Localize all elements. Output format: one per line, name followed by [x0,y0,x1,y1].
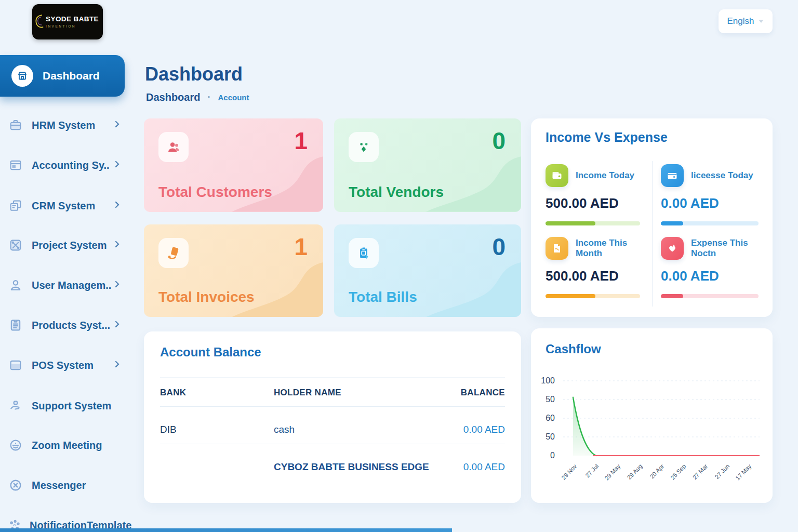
panel-divider [652,161,653,307]
expense-this-month-icon [661,237,684,260]
chevron-right-icon [114,240,121,250]
chevron-right-icon [114,120,121,130]
ledger-icon [7,158,24,172]
income-this-month-label: Income This Month [576,238,644,258]
sidebar-item-label: Accounting Sy.. [32,159,110,171]
total-customers-card: 1 Total Customers [144,118,323,212]
toolbox-icon [7,238,24,252]
income-today-icon [546,164,568,187]
customers-icon [158,132,189,162]
cashflow-chart: 100506050029 Nov27 Jul29 May29 Aug20 Apr… [531,365,773,501]
column-header-balance: BALANCE [461,388,505,398]
chevron-right-icon [114,320,121,330]
expense-month-item: Expense This Noctn [661,237,760,260]
svg-text:17 May: 17 May [735,463,753,482]
chevron-right-icon [114,360,121,370]
balance-cell: 0.00 AED [463,461,505,473]
expense-today-item: liceesse Today [661,164,753,187]
sidebar-item-label: Zoom Meeting [32,440,102,451]
bottom-accent-strip [0,528,452,532]
chevron-down-icon [759,20,764,23]
invoices-icon [158,238,189,268]
sidebar-item-products-system[interactable]: Products Syst... [0,311,125,340]
breadcrumb-separator: · [207,92,210,103]
column-header-holder-name: HOLDER NAME [274,388,341,398]
breadcrumb: Dashboard · Account [146,91,249,103]
svg-text:20 Apr: 20 Apr [649,463,666,480]
income-month-item: Income This Month [546,237,644,260]
sidebar-item-crm-system[interactable]: CRM System [0,191,125,220]
sidebar-item-label: Messenger [32,480,86,491]
svg-text:50: 50 [546,432,555,441]
sidebar-item-pos-system[interactable]: POS System [0,351,125,380]
sidebar-item-label: Project System [32,240,107,251]
total-customers-value: 1 [294,127,308,155]
page-title: Dashboard [145,63,243,85]
total-customers-label: Total Customers [158,184,272,201]
app-logo: SYODE BABTE INVENTION [32,4,103,39]
dashboard-icon [11,65,33,87]
svg-text:27 Jul: 27 Jul [584,463,600,478]
income-vs-expense-panel: Income Vs Expense Income Today 500.00 AE… [531,118,773,317]
svg-text:100: 100 [541,376,555,385]
messenger-icon [7,478,24,493]
breadcrumb-account[interactable]: Account [218,93,249,102]
document-icon [7,318,24,332]
language-selector[interactable]: Englsh [719,9,773,33]
svg-text:0: 0 [550,451,555,460]
income-today-item: Income Today [546,164,634,187]
expense-today-label: liceesse Today [691,170,753,181]
income-today-bar [546,221,640,225]
chevron-right-icon [114,160,121,170]
user-icon [7,278,24,292]
svg-text:27 Jun: 27 Jun [714,463,731,480]
income-today-label: Income Today [576,170,634,181]
total-vendors-label: Total Vendors [349,184,444,201]
sidebar-item-project-system[interactable]: Project System [0,231,125,260]
pos-terminal-icon [7,358,24,373]
language-label: Englsh [727,16,754,26]
holder-name-cell: cash [274,424,295,435]
svg-text:29 Aug: 29 Aug [626,463,644,481]
sidebar-item-label: Dashboard [43,70,100,82]
expense-this-month-amount: 0.00 AED [661,268,719,284]
table-divider [160,406,505,407]
logo-swirl-icon [34,8,45,35]
sidebar-item-label: POS System [32,360,94,371]
cashflow-title: Cashflow [546,342,601,356]
svg-text:29 May: 29 May [604,463,622,482]
sidebar-item-label: HRM System [32,119,95,131]
total-vendors-card: 0 Total Vendors [334,118,521,212]
expense-this-month-label: Expense This Noctn [691,238,760,258]
sidebar-item-hrm-system[interactable]: HRM System [0,111,125,140]
zoom-meeting-icon [7,438,24,453]
sidebar-item-accounting-system[interactable]: Accounting Sy.. [0,151,125,180]
total-vendors-value: 0 [492,127,506,155]
holder-name-cell: CYBOZ BABTE BUSINESS EDGE [274,461,429,473]
column-header-bank: BANK [160,388,186,398]
income-this-month-amount: 500.00 AED [546,268,619,284]
windows-stack-icon [7,198,24,213]
total-invoices-label: Total Invoices [158,289,255,305]
svg-text:50: 50 [546,395,555,404]
income-vs-expense-title: Income Vs Expense [546,130,668,145]
sidebar-item-dashboard[interactable]: Dashboard [0,55,125,97]
dashboard-page: SYODE BABTE INVENTION Englsh Dashboard H… [0,0,798,532]
support-hand-icon [7,398,24,413]
table-divider [160,444,505,444]
table-divider [160,377,505,378]
sidebar-item-user-management[interactable]: User Managem.. [0,271,125,300]
income-today-amount: 500.00 AED [546,195,619,211]
chevron-right-icon [114,201,121,211]
logo-subtitle: INVENTION [46,25,99,29]
bills-icon [349,238,379,268]
account-balance-panel: Account Balance BANK HOLDER NAME BALANCE… [144,331,521,503]
sidebar-item-zoom-meeting[interactable]: Zoom Meeting [0,431,125,460]
total-invoices-value: 1 [294,233,308,261]
sidebar-item-label: Support System [32,400,111,412]
sidebar-item-support-system[interactable]: Support System [0,391,125,420]
sidebar-item-messenger[interactable]: Messenger [0,471,125,500]
total-bills-value: 0 [492,233,506,261]
cashflow-panel: Cashflow 100506050029 Nov27 Jul29 May29 … [531,328,773,503]
breadcrumb-dashboard[interactable]: Dashboard [146,91,200,103]
